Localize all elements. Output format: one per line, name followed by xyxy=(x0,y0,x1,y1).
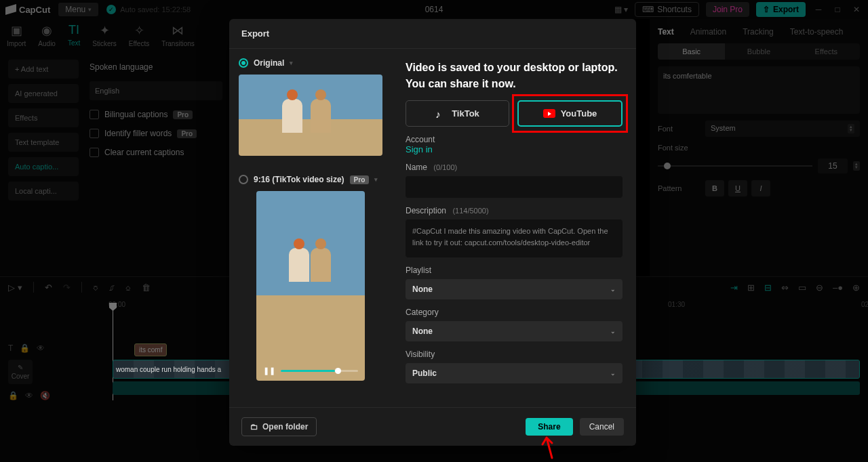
fontsize-slider[interactable] xyxy=(658,165,812,167)
tl-tool-5[interactable]: ▭ xyxy=(798,282,806,293)
menu-auto-captions[interactable]: Auto captio... xyxy=(8,157,79,176)
subtab-effects[interactable]: Effects xyxy=(793,43,860,60)
text-menu-list: + Add text AI generated Effects Text tem… xyxy=(5,57,81,203)
thumb-progress[interactable] xyxy=(281,370,358,372)
menu-effects[interactable]: Effects xyxy=(8,108,79,127)
account-label: Account xyxy=(406,135,623,144)
titlebar-right: ▦ ▾ ⌨ Shortcuts Join Pro ⇧ Export ─ □ ✕ xyxy=(614,2,863,17)
chevron-updown-icon[interactable]: ▴▾ xyxy=(853,161,860,171)
tl-tool-3[interactable]: ⊟ xyxy=(764,282,772,293)
split-left-button[interactable]: ⎎ xyxy=(109,282,115,293)
tab-text[interactable]: TIText xyxy=(68,23,80,47)
chevron-down-icon: ▾ xyxy=(290,60,293,66)
original-thumbnail[interactable] xyxy=(239,75,382,156)
shortcuts-button[interactable]: ⌨ Shortcuts xyxy=(635,2,699,17)
tab-tts[interactable]: Text-to-speech xyxy=(790,27,844,37)
delete-button[interactable]: 🗑 xyxy=(142,282,151,293)
name-input[interactable] xyxy=(406,176,623,198)
tab-animation[interactable]: Animation xyxy=(690,27,726,37)
undo-button[interactable]: ↶ xyxy=(45,282,52,293)
filler-checkbox[interactable]: Identify filler words Pro xyxy=(90,129,222,138)
tl-tool-2[interactable]: ⊞ xyxy=(747,282,755,293)
menu-text-template[interactable]: Text template xyxy=(8,133,79,152)
menu-add-text[interactable]: + Add text xyxy=(8,60,79,79)
bold-button[interactable]: B xyxy=(705,180,724,196)
pause-icon[interactable]: ❚❚ xyxy=(263,366,275,375)
font-select[interactable]: System▴▾ xyxy=(705,121,860,137)
redo-button[interactable]: ↷ xyxy=(63,282,71,293)
text-icon: TI xyxy=(68,23,79,37)
shortcuts-label: Shortcuts xyxy=(657,5,692,14)
cover-button[interactable]: ✎ Cover xyxy=(8,360,33,384)
menu-ai-generated[interactable]: AI generated xyxy=(8,84,79,103)
time-mark: 02:00 xyxy=(861,301,868,308)
youtube-button[interactable]: YouTube xyxy=(517,100,623,127)
capcut-icon xyxy=(5,4,16,15)
category-select[interactable]: None⌄ xyxy=(406,321,623,341)
tab-stickers[interactable]: ✦Stickers xyxy=(92,23,117,47)
keyboard-icon: ⌨ xyxy=(642,5,654,14)
tiktok-thumbnail[interactable]: ❚❚ xyxy=(256,191,365,381)
font-row: Font System▴▾ xyxy=(658,121,860,137)
join-pro-button[interactable]: Join Pro xyxy=(706,2,749,17)
eye-icon[interactable]: 👁 xyxy=(37,343,45,353)
underline-button[interactable]: U xyxy=(728,180,747,196)
close-button[interactable]: ✕ xyxy=(850,3,863,16)
share-button[interactable]: Share xyxy=(526,418,572,436)
tab-tracking[interactable]: Tracking xyxy=(743,27,774,37)
original-option[interactable]: Original ▾ xyxy=(239,58,382,68)
text-content-input[interactable]: its comfertable xyxy=(658,66,860,114)
tiktok-button[interactable]: TikTok xyxy=(406,100,509,127)
category-label: Category xyxy=(406,308,623,317)
subtab-basic[interactable]: Basic xyxy=(658,43,725,60)
bilingual-checkbox[interactable]: Bilingual captions Pro xyxy=(90,110,222,119)
visibility-label: Visibility xyxy=(406,350,623,359)
text-clip[interactable]: its comf xyxy=(134,343,167,356)
tiktok-size-option[interactable]: 9:16 (TikTok video size) Pro ▾ xyxy=(239,175,382,184)
menu-local-captions[interactable]: Local capti... xyxy=(8,182,79,201)
open-folder-button[interactable]: 🗀 Open folder xyxy=(241,417,317,436)
zoom-out-button[interactable]: ⊖ xyxy=(816,282,823,293)
checkbox-icon xyxy=(90,148,99,157)
cancel-button[interactable]: Cancel xyxy=(580,418,624,436)
maximize-button[interactable]: □ xyxy=(831,3,844,16)
fontsize-input[interactable]: 15 xyxy=(818,159,848,173)
zoom-slider[interactable]: –● xyxy=(833,282,843,293)
clear-checkbox[interactable]: Clear current captions xyxy=(90,148,222,157)
playlist-select[interactable]: None⌄ xyxy=(406,279,623,299)
tl-tool-4[interactable]: ⇔ xyxy=(781,282,789,293)
menu-button[interactable]: Menu ▾ xyxy=(58,3,98,16)
desc-input[interactable]: #CapCut I made this amazing video with C… xyxy=(406,219,623,257)
chevron-updown-icon: ▴▾ xyxy=(848,124,854,133)
inspector-panel: Text Animation Tracking Text-to-speech B… xyxy=(650,19,868,276)
edit-icon: ✎ xyxy=(18,364,23,371)
signin-link[interactable]: Sign in xyxy=(406,144,623,154)
visibility-select[interactable]: Public⌄ xyxy=(406,363,623,383)
eye-icon[interactable]: 👁 xyxy=(25,391,33,400)
tl-tool-1[interactable]: ⇥ xyxy=(730,282,738,293)
cursor-tool[interactable]: ▷ ▾ xyxy=(8,282,22,293)
mute-icon[interactable]: 🔇 xyxy=(40,391,50,400)
text-track-icon[interactable]: T xyxy=(8,343,13,353)
split-button[interactable]: ⎏ xyxy=(93,282,98,293)
spoken-language-select[interactable]: English xyxy=(90,81,222,100)
lock-icon[interactable]: 🔒 xyxy=(8,391,18,400)
subtab-bubble[interactable]: Bubble xyxy=(725,43,792,60)
tab-transitions[interactable]: ⋈Transitions xyxy=(161,23,195,47)
lock-icon[interactable]: 🔒 xyxy=(20,343,30,353)
export-button[interactable]: ⇧ Export xyxy=(756,2,806,17)
minimize-button[interactable]: ─ xyxy=(812,3,825,16)
split-right-button[interactable]: ⎐ xyxy=(125,282,131,293)
chevron-down-icon: ▾ xyxy=(88,6,92,13)
tab-effects[interactable]: ✧Effects xyxy=(129,23,149,47)
modal-title: Export xyxy=(229,19,636,49)
time-mark: 01:30 xyxy=(668,301,685,308)
tab-import[interactable]: ▣Import xyxy=(7,23,26,47)
tab-audio[interactable]: ◉Audio xyxy=(38,23,56,47)
slider-thumb[interactable] xyxy=(664,163,671,169)
layout-icon[interactable]: ▦ ▾ xyxy=(614,5,628,14)
italic-button[interactable]: I xyxy=(751,180,770,196)
zoom-in-button[interactable]: ⊕ xyxy=(852,282,860,293)
tab-text[interactable]: Text xyxy=(658,27,674,37)
playlist-section: Playlist None⌄ xyxy=(406,266,623,299)
